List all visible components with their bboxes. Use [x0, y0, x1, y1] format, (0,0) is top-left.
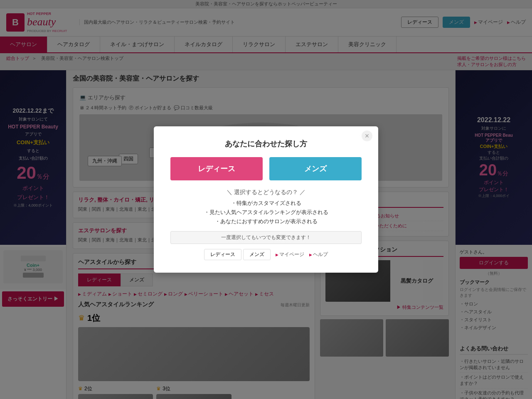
- modal-help-link[interactable]: ヘルプ: [309, 251, 328, 258]
- modal-ladies-button[interactable]: レディース: [170, 157, 263, 180]
- modal-buttons: レディース メンズ: [170, 157, 362, 180]
- modal-title: あなたに合わせた探し方: [170, 139, 362, 149]
- modal-bottom: レディース メンズ マイページ ヘルプ: [170, 249, 362, 260]
- modal-bottom-tabs: レディース メンズ: [204, 249, 271, 260]
- modal-explain-item-3: あなたにおすすめのサロンが表示される: [170, 218, 362, 225]
- modal: × あなたに合わせた探し方 レディース メンズ 選択するとどうなるの？ 特集がカ…: [154, 126, 378, 273]
- modal-note: 一度選択してもいつでも変更できます！: [170, 231, 362, 244]
- modal-bottom-mens[interactable]: メンズ: [243, 249, 271, 260]
- modal-explain-title: 選択するとどうなるの？: [170, 189, 362, 196]
- modal-explain-item-1: 特集がカスタマイズされる: [170, 200, 362, 207]
- modal-mens-button[interactable]: メンズ: [269, 157, 362, 180]
- modal-explain: 選択するとどうなるの？ 特集がカスタマイズされる 見たい人気ヘアスタイルランキン…: [170, 189, 362, 225]
- modal-close-button[interactable]: ×: [362, 131, 372, 141]
- modal-bottom-ladies[interactable]: レディース: [204, 249, 241, 260]
- modal-explain-item-2: 見たい人気ヘアスタイルランキングが表示される: [170, 209, 362, 216]
- modal-mypage-link[interactable]: マイページ: [276, 251, 304, 258]
- modal-overlay[interactable]: × あなたに合わせた探し方 レディース メンズ 選択するとどうなるの？ 特集がカ…: [0, 0, 532, 399]
